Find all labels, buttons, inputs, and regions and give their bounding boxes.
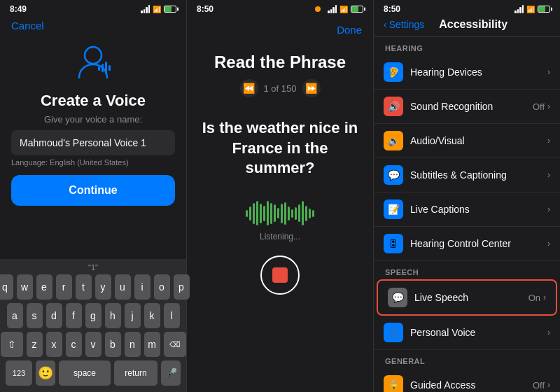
settings-item-live-speech[interactable]: 💬 Live Speech On ›	[377, 279, 557, 316]
settings-item-guided-access[interactable]: 🔒 Guided Access Off ›	[374, 368, 560, 392]
settings-item-subtitles[interactable]: 💬 Subtitles & Captioning ›	[374, 158, 560, 192]
mic-key[interactable]: 🎤	[161, 360, 181, 386]
chevron-icon: ›	[547, 136, 550, 146]
prev-phrase-button[interactable]: ⏪	[240, 79, 258, 97]
section-hearing-header: HEARING	[374, 37, 560, 55]
live-captions-label: Live Captions	[410, 204, 547, 215]
counter-text: 1 of 150	[264, 83, 297, 94]
svg-rect-3	[108, 65, 111, 71]
nav-title: Accessibility	[424, 18, 522, 31]
key-f[interactable]: f	[66, 303, 82, 328]
panel2-header: Done	[187, 17, 373, 38]
key-k[interactable]: k	[144, 303, 160, 328]
chevron-icon: ›	[547, 204, 550, 214]
keyboard: "1" q w e r t y u i o p a s d f g h j k …	[0, 259, 186, 392]
key-r[interactable]: r	[56, 274, 72, 300]
battery-icon-3	[538, 6, 550, 13]
emoji-key[interactable]: 🙂	[36, 360, 55, 386]
language-label: Language: English (United States)	[11, 158, 175, 167]
subtitles-icon: 💬	[384, 165, 403, 185]
kb-row-bottom: 123 🙂 space return 🎤	[3, 360, 183, 386]
key-i[interactable]: i	[134, 274, 150, 300]
shift-key[interactable]: ⇧	[1, 332, 23, 357]
settings-item-audio-visual[interactable]: 🔈 Audio/Visual ›	[374, 124, 560, 158]
signal-icon-2	[328, 5, 337, 13]
waveform	[246, 200, 314, 227]
key-n[interactable]: n	[125, 332, 141, 357]
key-z[interactable]: z	[27, 332, 43, 357]
live-speech-value: On	[528, 293, 540, 303]
key-p[interactable]: p	[174, 274, 190, 300]
key-v[interactable]: v	[85, 332, 102, 357]
chevron-icon: ›	[547, 67, 550, 77]
signal-icon-3	[514, 5, 524, 13]
key-g[interactable]: g	[85, 303, 102, 328]
time-1: 8:49	[10, 4, 27, 14]
num-hint: "1"	[3, 263, 183, 272]
wifi-icon-3: 📶	[526, 6, 535, 13]
chevron-icon: ›	[547, 239, 550, 248]
key-e[interactable]: e	[36, 274, 52, 300]
key-u[interactable]: u	[115, 274, 131, 300]
wifi-icon-2: 📶	[340, 6, 348, 13]
done-button[interactable]: Done	[337, 24, 362, 36]
panel-read-phrase: 8:50 📶 Done Read the Phrase ⏪ 1 of 150 ⏩…	[187, 0, 374, 392]
nav-bar: ‹ Settings Accessibility	[374, 15, 560, 37]
personal-voice-icon: 👤	[384, 323, 403, 342]
sound-recognition-value: Off	[533, 102, 545, 112]
settings-item-sound-recognition[interactable]: 🔊 Sound Recognition Off ›	[374, 90, 560, 124]
key-c[interactable]: c	[66, 332, 82, 357]
key-h[interactable]: h	[105, 303, 121, 328]
back-label: Settings	[389, 19, 425, 30]
stop-icon	[272, 267, 288, 283]
signal-icon-1	[141, 5, 150, 13]
section-general-header: GENERAL	[374, 350, 560, 368]
panel-create-voice: 8:49 📶 Cancel	[0, 0, 187, 392]
read-phrase-title: Read the Phrase	[214, 52, 346, 72]
settings-item-hearing-devices[interactable]: 🦻 Hearing Devices ›	[374, 55, 560, 90]
key-o[interactable]: o	[154, 274, 170, 300]
cancel-button[interactable]: Cancel	[11, 20, 44, 31]
chevron-icon: ›	[543, 293, 546, 302]
phrase-text: Is the weather nice in France in the sum…	[201, 118, 359, 178]
key-x[interactable]: x	[46, 332, 62, 357]
phrase-counter: ⏪ 1 of 150 ⏩	[240, 79, 321, 97]
key-q[interactable]: q	[0, 274, 13, 300]
settings-item-personal-voice[interactable]: 👤 Personal Voice ›	[374, 316, 560, 350]
recording-indicator	[315, 6, 321, 12]
key-l[interactable]: l	[164, 303, 180, 328]
space-key[interactable]: space	[59, 360, 111, 386]
key-w[interactable]: w	[17, 274, 33, 300]
svg-rect-4	[98, 66, 100, 71]
key-b[interactable]: b	[105, 332, 121, 357]
key-s[interactable]: s	[27, 303, 43, 328]
listening-label: Listening...	[260, 232, 300, 241]
live-captions-icon: 📝	[384, 200, 403, 219]
back-button[interactable]: ‹ Settings	[384, 19, 424, 30]
continue-button[interactable]: Continue	[11, 175, 175, 206]
key-y[interactable]: y	[95, 274, 111, 300]
voice-name-input[interactable]	[11, 130, 175, 155]
wifi-icon-1: 📶	[153, 6, 161, 13]
settings-item-hearing-control[interactable]: 🎛 Hearing Control Center ›	[374, 227, 560, 261]
return-key[interactable]: return	[114, 360, 158, 386]
section-speech-header: SPEECH	[374, 261, 560, 279]
subtitles-label: Subtitles & Captioning	[410, 169, 547, 181]
status-icons-3: 📶	[514, 5, 550, 13]
svg-rect-1	[102, 64, 104, 72]
time-3: 8:50	[384, 4, 400, 14]
key-m[interactable]: m	[144, 332, 160, 357]
key-t[interactable]: t	[76, 274, 92, 300]
numbers-key[interactable]: 123	[6, 360, 32, 386]
record-stop-button[interactable]	[260, 255, 300, 295]
key-a[interactable]: a	[7, 303, 23, 328]
status-bar-1: 8:49 📶	[0, 0, 186, 17]
personal-voice-label: Personal Voice	[410, 327, 547, 338]
key-j[interactable]: j	[125, 303, 141, 328]
key-d[interactable]: d	[46, 303, 62, 328]
next-phrase-button[interactable]: ⏩	[302, 79, 321, 97]
delete-key[interactable]: ⌫	[164, 332, 186, 357]
settings-item-live-captions[interactable]: 📝 Live Captions ›	[374, 192, 560, 227]
status-icons-1: 📶	[141, 5, 176, 13]
person-voice-icon	[72, 41, 114, 86]
